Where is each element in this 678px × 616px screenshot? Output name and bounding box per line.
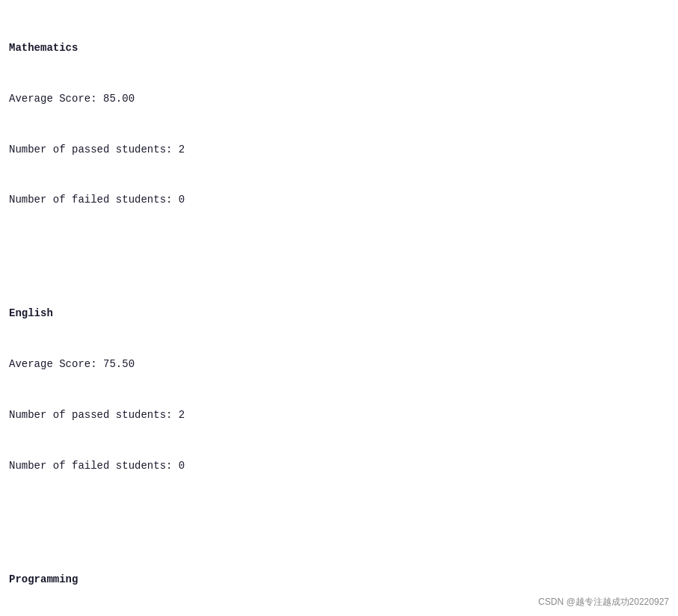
console-output: Mathematics Average Score: 85.00 Number …: [9, 6, 669, 616]
spacer-2: [9, 508, 669, 521]
english-subject: English: [9, 305, 669, 322]
spacer-1: [9, 242, 669, 255]
programming-subject: Programming: [9, 571, 669, 588]
english-avg: Average Score: 75.50: [9, 356, 669, 373]
english-passed: Number of passed students: 2: [9, 407, 669, 424]
mathematics-failed: Number of failed students: 0: [9, 191, 669, 209]
mathematics-passed: Number of passed students: 2: [9, 141, 669, 158]
english-failed: Number of failed students: 0: [9, 458, 669, 475]
watermark: CSDN @越专注越成功20220927: [538, 596, 669, 609]
mathematics-avg: Average Score: 85.00: [9, 90, 669, 108]
mathematics-subject: Mathematics: [9, 40, 669, 57]
